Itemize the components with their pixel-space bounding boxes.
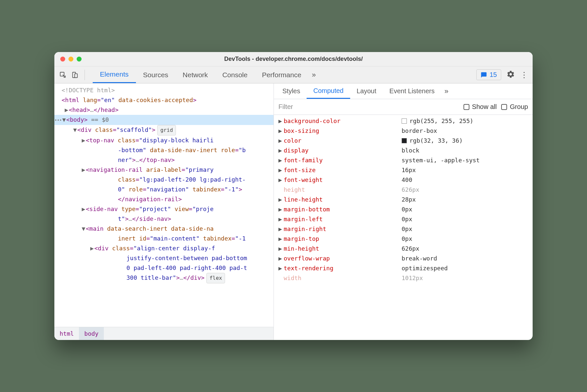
property-name: line-height (284, 195, 402, 205)
filter-input[interactable] (278, 103, 459, 111)
filter-bar: Show all Group (274, 99, 533, 115)
breadcrumb-html[interactable]: html (54, 327, 79, 340)
caret-icon[interactable]: ▶ (278, 165, 284, 175)
caret-icon[interactable] (278, 273, 284, 283)
property-value: border-box (402, 126, 437, 136)
tab-sources[interactable]: Sources (136, 66, 176, 83)
property-row[interactable]: height626px (274, 185, 533, 195)
caret-icon[interactable]: ▶ (90, 243, 94, 253)
property-row[interactable]: width1012px (274, 273, 533, 283)
tab-styles[interactable]: Styles (276, 83, 307, 99)
tab-event-listeners[interactable]: Event Listeners (383, 83, 441, 99)
property-row[interactable]: ▶font-size16px (274, 165, 533, 175)
caret-icon[interactable]: ▶ (278, 244, 284, 254)
property-row[interactable]: ▶margin-left0px (274, 214, 533, 224)
titlebar: DevTools - developer.chrome.com/docs/dev… (54, 52, 533, 66)
caret-icon[interactable]: ▶ (278, 155, 284, 165)
caret-icon[interactable]: ▶ (278, 234, 284, 244)
inspect-icon[interactable] (59, 71, 67, 79)
toolbar-right: 15 ⋮ (476, 69, 528, 80)
breadcrumb-body[interactable]: body (79, 327, 104, 340)
property-row[interactable]: ▶background-colorrgb(255, 255, 255) (274, 116, 533, 126)
property-row[interactable]: ▶margin-bottom0px (274, 205, 533, 214)
caret-icon[interactable]: ▶ (278, 175, 284, 185)
property-row[interactable]: ▶box-sizingborder-box (274, 126, 533, 136)
caret-icon[interactable]: ▶ (81, 165, 86, 175)
elements-panel: <!DOCTYPE html> <html lang="en" data-coo… (54, 83, 274, 340)
property-value: 626px (402, 185, 419, 195)
property-row[interactable]: ▶margin-right0px (274, 224, 533, 234)
tab-network[interactable]: Network (176, 66, 215, 83)
property-name: text-rendering (284, 263, 402, 273)
property-name: background-color (284, 116, 402, 126)
caret-icon[interactable]: ▶ (278, 214, 284, 224)
property-name: font-family (284, 155, 402, 165)
more-sidebar-tabs-icon[interactable]: » (441, 83, 452, 99)
flex-badge[interactable]: flex (206, 273, 225, 283)
kebab-icon[interactable]: ⋮ (520, 70, 528, 80)
property-name: color (284, 136, 402, 146)
caret-icon[interactable]: ▼ (73, 125, 77, 135)
caret-icon[interactable]: ▼ (62, 115, 66, 125)
property-row[interactable]: ▶displayblock (274, 146, 533, 155)
tab-performance[interactable]: Performance (255, 66, 309, 83)
property-row[interactable]: ▶margin-top0px (274, 234, 533, 244)
caret-icon[interactable]: ▶ (64, 105, 69, 115)
breadcrumb: html body (54, 327, 274, 340)
show-all-checkbox[interactable]: Show all (464, 103, 497, 111)
property-value: rgb(32, 33, 36) (402, 136, 463, 146)
doctype: <!DOCTYPE html> (62, 87, 115, 94)
property-value: block (402, 146, 419, 155)
tab-computed[interactable]: Computed (307, 83, 350, 99)
caret-icon[interactable]: ▶ (278, 126, 284, 136)
caret-icon[interactable]: ▶ (81, 204, 86, 214)
property-row[interactable]: ▶colorrgb(32, 33, 36) (274, 136, 533, 146)
grid-badge[interactable]: grid (157, 125, 176, 135)
caret-icon[interactable] (278, 185, 284, 195)
separator (85, 70, 85, 80)
caret-icon[interactable]: ▶ (278, 136, 284, 146)
property-name: font-weight (284, 175, 402, 185)
caret-icon[interactable]: ▶ (81, 135, 86, 145)
property-name: height (284, 185, 402, 195)
property-value: 0px (402, 214, 412, 224)
selected-node[interactable]: •••▼<body> == $0 (54, 115, 274, 125)
property-value: optimizespeed (402, 263, 448, 273)
tab-elements[interactable]: Elements (93, 66, 136, 83)
caret-icon[interactable]: ▶ (278, 205, 284, 214)
caret-icon[interactable]: ▶ (278, 146, 284, 155)
panel-tabs: Elements Sources Network Console Perform… (93, 66, 472, 83)
color-swatch-icon (402, 138, 407, 143)
property-row[interactable]: ▶min-height626px (274, 244, 533, 254)
property-value: 0px (402, 234, 412, 244)
caret-icon[interactable]: ▼ (81, 224, 86, 234)
dom-tree[interactable]: <!DOCTYPE html> <html lang="en" data-coo… (54, 83, 274, 327)
property-name: margin-right (284, 224, 402, 234)
device-toggle-icon[interactable] (71, 71, 79, 79)
issues-button[interactable]: 15 (476, 69, 501, 80)
property-name: margin-left (284, 214, 402, 224)
property-value: 0px (402, 224, 412, 234)
checkbox-icon (501, 104, 507, 110)
property-row[interactable]: ▶text-renderingoptimizespeed (274, 263, 533, 273)
property-value: 626px (402, 244, 419, 254)
property-row[interactable]: ▶overflow-wrapbreak-word (274, 254, 533, 263)
caret-icon[interactable]: ▶ (278, 195, 284, 205)
tab-layout[interactable]: Layout (350, 83, 383, 99)
gear-icon[interactable] (506, 70, 515, 80)
tab-console[interactable]: Console (215, 66, 255, 83)
computed-properties: ▶background-colorrgb(255, 255, 255)▶box-… (274, 115, 533, 340)
caret-icon[interactable]: ▶ (278, 116, 284, 126)
caret-icon[interactable]: ▶ (278, 254, 284, 263)
property-row[interactable]: ▶font-familysystem-ui, -apple-syst (274, 155, 533, 165)
property-name: width (284, 273, 402, 283)
property-row[interactable]: ▶font-weight400 (274, 175, 533, 185)
group-checkbox[interactable]: Group (501, 103, 528, 111)
property-row[interactable]: ▶line-height28px (274, 195, 533, 205)
more-tabs-icon[interactable]: » (309, 66, 319, 83)
property-name: box-sizing (284, 126, 402, 136)
property-name: margin-top (284, 234, 402, 244)
window-title: DevTools - developer.chrome.com/docs/dev… (54, 56, 533, 62)
caret-icon[interactable]: ▶ (278, 224, 284, 234)
caret-icon[interactable]: ▶ (278, 263, 284, 273)
